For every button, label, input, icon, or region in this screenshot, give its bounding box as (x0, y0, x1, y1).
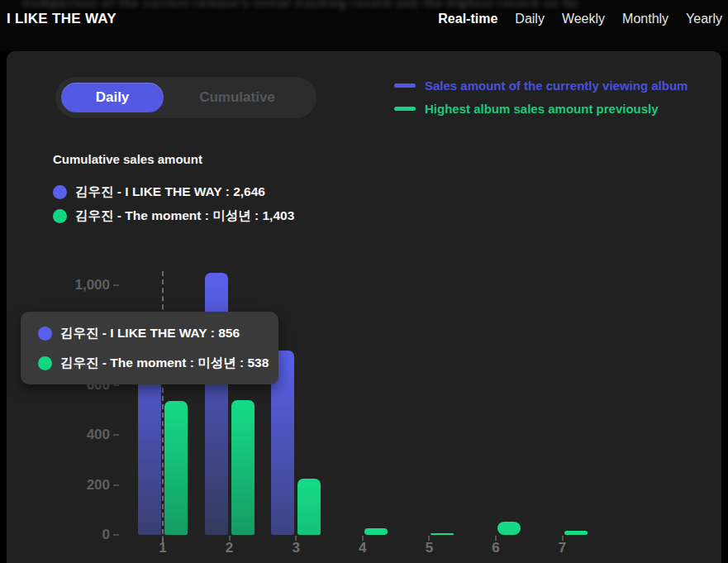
bar-previous-day-3[interactable] (297, 479, 321, 535)
top-bar: Comparison of the current release's init… (0, 0, 728, 51)
x-axis-label-1: 1 (146, 540, 179, 556)
x-axis-label-5: 5 (412, 540, 445, 556)
y-axis-tick (113, 384, 119, 386)
y-axis-tick (113, 284, 119, 286)
tooltip-row-current: 김우진 - I LIKE THE WAY : 856 (38, 325, 261, 342)
nav-item-yearly[interactable]: Yearly (686, 12, 722, 26)
tooltip-label-previous: 김우진 - The moment : 미성년 : 538 (60, 355, 269, 372)
bar-previous-day-1[interactable] (164, 401, 188, 535)
chart-tooltip: 김우진 - I LIKE THE WAY : 856 김우진 - The mom… (21, 312, 278, 384)
nav-item-daily[interactable]: Daily (515, 12, 545, 26)
period-nav: Real-time Daily Weekly Monthly Yearly (438, 12, 722, 26)
tooltip-label-current: 김우진 - I LIKE THE WAY : 856 (60, 325, 240, 342)
bar-previous-day-7[interactable] (564, 531, 588, 535)
y-axis-tick (113, 484, 119, 486)
y-axis-label-200: 200 (60, 478, 110, 493)
bar-previous-day-6[interactable] (497, 522, 521, 535)
x-axis-label-2: 2 (213, 540, 246, 556)
tooltip-row-previous: 김우진 - The moment : 미성년 : 538 (38, 355, 261, 372)
y-axis-label-0: 0 (60, 527, 110, 542)
y-axis-label-400: 400 (60, 427, 110, 442)
x-axis-label-3: 3 (279, 540, 312, 556)
y-axis-tick (113, 534, 119, 536)
chart-panel: Daily Cumulative Sales amount of the cur… (7, 51, 721, 563)
y-axis-tick (113, 434, 119, 436)
y-axis-label-1000: 1,000 (60, 278, 110, 293)
nav-item-weekly[interactable]: Weekly (562, 12, 605, 26)
bar-previous-day-5[interactable] (431, 533, 454, 535)
nav-item-monthly[interactable]: Monthly (622, 12, 669, 26)
bar-previous-day-2[interactable] (231, 400, 255, 535)
blue-dot-icon (38, 327, 52, 341)
x-axis-label-7: 7 (546, 540, 579, 556)
blurred-banner-text: Comparison of the current release's init… (23, 0, 726, 10)
bar-previous-day-4[interactable] (364, 528, 388, 535)
chart-plot: 02004006008001,0001234567 (7, 51, 721, 563)
page-title: I LIKE THE WAY (7, 11, 117, 27)
nav-item-realtime[interactable]: Real-time (438, 12, 497, 26)
green-dot-icon (38, 356, 52, 370)
x-axis-label-6: 6 (479, 540, 512, 556)
x-axis-label-4: 4 (346, 540, 379, 556)
